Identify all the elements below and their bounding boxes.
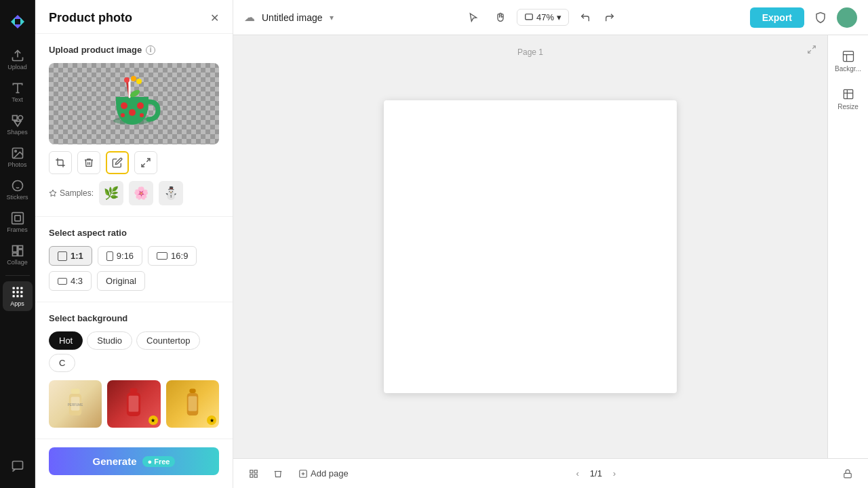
- sidebar-item-apps[interactable]: Apps: [3, 281, 33, 311]
- sample-thumb-2[interactable]: 🌸: [129, 181, 153, 205]
- bg-tab-studio[interactable]: Studio: [87, 331, 132, 350]
- bg-grid: PERFUME ★: [49, 380, 219, 428]
- edit-button[interactable]: [106, 151, 129, 174]
- sidebar-item-comments[interactable]: [3, 451, 33, 481]
- svg-rect-23: [20, 295, 22, 297]
- bg-tab-countertop[interactable]: Countertop: [136, 331, 200, 350]
- right-tool-resize[interactable]: Resize: [832, 81, 865, 117]
- ratio-1-1[interactable]: 1:1: [49, 246, 92, 266]
- lock-button[interactable]: [838, 464, 857, 483]
- sidebar-item-upload[interactable]: Upload: [3, 45, 33, 75]
- samples-label: Samples:: [49, 188, 94, 198]
- svg-line-38: [146, 159, 150, 162]
- white-canvas: [384, 100, 677, 393]
- svg-rect-10: [14, 216, 20, 221]
- panel-sidebar: Product photo ✕ Upload product image i: [35, 0, 233, 488]
- bg-tabs: Hot Studio Countertop C: [49, 331, 219, 372]
- document-name: Untitled image: [262, 12, 323, 23]
- svg-rect-41: [71, 388, 80, 393]
- info-icon[interactable]: i: [146, 45, 155, 55]
- shield-button[interactable]: [810, 7, 831, 28]
- background-label: Select background: [49, 313, 219, 323]
- bg-thumb-3[interactable]: ★: [166, 380, 219, 428]
- bottom-right: [838, 464, 857, 483]
- upload-area[interactable]: [49, 63, 219, 144]
- free-badge: ● Free: [142, 456, 176, 467]
- panel-close-button[interactable]: ✕: [210, 13, 219, 24]
- svg-rect-50: [188, 396, 197, 411]
- ratio-9-16-icon: [106, 251, 113, 261]
- sidebar-item-frames-label: Frames: [7, 226, 28, 233]
- ratio-16-9[interactable]: 16:9: [148, 246, 197, 266]
- product-image: [104, 73, 165, 134]
- expand-button[interactable]: [134, 151, 157, 174]
- svg-rect-21: [12, 295, 14, 297]
- svg-rect-24: [12, 462, 22, 470]
- redo-button[interactable]: [599, 7, 620, 28]
- bg-thumb-2[interactable]: ★: [107, 380, 160, 428]
- svg-rect-13: [18, 249, 22, 256]
- select-tool-button[interactable]: [462, 7, 484, 28]
- crop-button[interactable]: [49, 151, 72, 174]
- sidebar-item-collage[interactable]: Collage: [3, 240, 33, 270]
- generate-button[interactable]: Generate ● Free: [49, 447, 219, 475]
- right-tool-background-label: Backgr...: [835, 65, 861, 73]
- svg-rect-55: [844, 89, 852, 98]
- svg-rect-45: [130, 388, 138, 392]
- sidebar-item-photos[interactable]: Photos: [3, 142, 33, 172]
- svg-line-53: [808, 50, 811, 53]
- sample-thumb-1[interactable]: 🌿: [99, 181, 123, 205]
- sample-thumb-3[interactable]: ⛄: [159, 181, 183, 205]
- panel-title: Product photo: [49, 11, 132, 25]
- undo-button[interactable]: [574, 7, 596, 28]
- ratio-original[interactable]: Original: [97, 271, 145, 291]
- svg-rect-9: [12, 213, 23, 224]
- svg-rect-57: [254, 470, 257, 472]
- svg-point-35: [131, 76, 136, 81]
- samples-row: Samples: 🌿 🌸 ⛄: [49, 181, 219, 205]
- svg-rect-19: [16, 291, 18, 293]
- page-label: Page 1: [517, 47, 543, 57]
- page-indicator: 1/1: [590, 468, 602, 479]
- user-avatar[interactable]: [837, 7, 857, 28]
- top-bar-center: 47% ▾: [462, 7, 620, 28]
- hand-tool-button[interactable]: [490, 7, 511, 28]
- svg-rect-54: [843, 52, 853, 62]
- bg-tab-hot[interactable]: Hot: [49, 331, 83, 350]
- ratio-4-3[interactable]: 4:3: [49, 271, 92, 291]
- delete-page-button[interactable]: [269, 464, 288, 483]
- doc-chevron-icon[interactable]: ▾: [330, 13, 334, 22]
- bottom-bar: Add page ‹ 1/1 ›: [233, 458, 868, 488]
- sidebar-item-stickers[interactable]: Stickers: [3, 175, 33, 205]
- sidebar-divider: [5, 275, 30, 276]
- sidebar-item-text[interactable]: Text: [3, 77, 33, 107]
- export-button[interactable]: Export: [750, 7, 804, 28]
- ratio-9-16[interactable]: 9:16: [98, 246, 142, 266]
- bg-tab-more[interactable]: C: [49, 354, 75, 372]
- canvas-area: Page 1: [233, 35, 827, 458]
- app-logo[interactable]: [3, 7, 33, 37]
- svg-point-8: [12, 181, 22, 191]
- svg-rect-15: [12, 287, 14, 289]
- right-tool-background[interactable]: Backgr...: [832, 43, 865, 79]
- right-tool-resize-label: Resize: [837, 103, 859, 110]
- sidebar-item-frames[interactable]: Frames: [3, 207, 33, 237]
- svg-point-28: [137, 102, 144, 109]
- next-page-button[interactable]: ›: [606, 466, 623, 482]
- sidebar-item-shapes[interactable]: Shapes: [3, 110, 33, 140]
- sidebar-item-stickers-label: Stickers: [6, 194, 28, 201]
- bottom-left: Add page: [244, 464, 354, 483]
- canvas-corner-button[interactable]: [807, 45, 816, 56]
- zoom-selector[interactable]: 47% ▾: [517, 9, 569, 26]
- sidebar-item-text-label: Text: [12, 96, 23, 103]
- add-page-button[interactable]: Add page: [293, 464, 354, 483]
- svg-point-30: [121, 113, 125, 117]
- grid-view-button[interactable]: [244, 464, 263, 483]
- bg-thumb-1[interactable]: PERFUME: [49, 380, 102, 428]
- delete-button[interactable]: [77, 151, 100, 174]
- prev-page-button[interactable]: ‹: [570, 466, 586, 482]
- main-area: ☁ Untitled image ▾ 47% ▾: [233, 0, 868, 488]
- bottle-1-icon: PERFUME: [58, 386, 92, 423]
- sidebar-item-apps-label: Apps: [10, 300, 24, 307]
- svg-rect-63: [844, 473, 852, 477]
